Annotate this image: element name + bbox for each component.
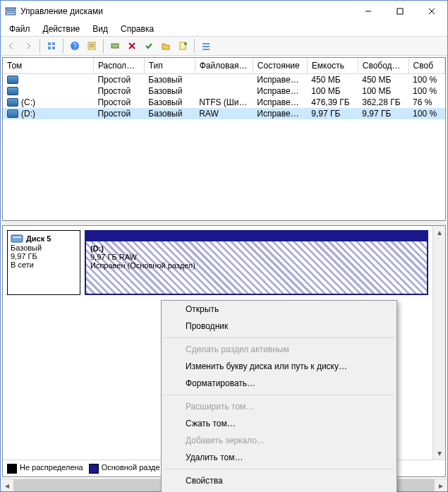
legend-swatch-unallocated [7,464,17,474]
svg-point-19 [184,42,187,45]
table-cell: NTFS (Шиф… [195,97,253,108]
table-cell: Простой [93,97,144,108]
legend-unallocated: Не распределена [20,463,83,472]
table-cell: 100 % [408,85,444,97]
ctx-open[interactable]: Открыть [162,301,396,318]
menu-help[interactable]: Справка [115,23,159,35]
col-status[interactable]: Состояние [253,58,307,73]
volume-table: Том Располо… Тип Файловая с… Состояние Е… [3,58,445,119]
svg-rect-1 [6,12,16,15]
table-cell: 450 МБ [358,73,408,85]
svg-rect-9 [52,47,55,49]
ctx-change-letter[interactable]: Изменить букву диска или путь к диску… [162,358,396,375]
properties-button[interactable] [84,38,99,54]
col-free[interactable]: Свобод… [358,58,408,73]
ctx-add-mirror: Добавить зеркало… [162,432,396,449]
app-icon [5,6,16,17]
table-cell: Простой [93,85,144,97]
col-freepct[interactable]: Своб [408,58,444,73]
svg-rect-24 [13,236,21,238]
table-cell: Базовый [144,85,195,97]
legend-primary: Основной разде [102,463,160,472]
col-volume[interactable]: Том [3,58,93,73]
titlebar: Управление дисками [1,1,447,22]
close-button[interactable] [416,1,447,21]
table-cell: 450 МБ [307,73,358,85]
check-button[interactable] [141,38,157,54]
minimize-button[interactable] [352,1,384,21]
menubar: Файл Действие Вид Справка [1,22,447,36]
table-cell: Базовый [144,73,195,85]
ctx-properties[interactable]: Свойства [162,472,396,489]
svg-rect-3 [397,8,403,14]
disk-type: Базовый [11,244,77,252]
vertical-scrollbar[interactable]: ▴ ▾ [432,226,445,460]
menu-action[interactable]: Действие [37,23,86,35]
table-cell: Базовый [144,97,195,108]
ctx-make-active: Сделать раздел активным [162,341,396,358]
table-cell: 76 % [408,97,444,108]
back-button[interactable] [4,38,19,54]
menu-file[interactable]: Файл [4,23,36,35]
scroll-down-icon[interactable]: ▾ [433,447,445,460]
svg-rect-0 [6,8,16,11]
table-cell: RAW [195,108,253,119]
table-cell: Исправен… [253,73,307,85]
table-cell: 100 МБ [358,85,408,97]
partition-d[interactable]: (D:) 9,97 ГБ RAW Исправен (Основной разд… [85,230,428,295]
table-cell: 362,28 ГБ [358,97,408,108]
col-fs[interactable]: Файловая с… [195,58,253,73]
toolbar: ? [1,36,447,56]
folder-button[interactable] [158,38,174,54]
menu-view[interactable]: Вид [87,23,114,35]
table-row[interactable]: (D:)ПростойБазовыйRAWИсправен…9,97 ГБ9,9… [3,108,445,119]
disk-label: Диск 5 [26,234,51,243]
table-cell: Простой [93,73,144,85]
table-cell: 476,39 ГБ [307,97,358,108]
ctx-explorer[interactable]: Проводник [162,318,396,335]
refresh-button[interactable] [107,38,123,54]
col-capacity[interactable]: Емкость [307,58,358,73]
table-row[interactable]: ПростойБазовыйИсправен…100 МБ100 МБ100 % [3,85,445,97]
table-cell: Исправен… [253,97,307,108]
svg-rect-6 [48,42,51,45]
partition-letter: (D:) [90,244,423,253]
svg-rect-7 [52,42,55,45]
table-cell: (C:) [3,97,93,108]
ctx-shrink[interactable]: Сжать том… [162,415,396,432]
ctx-extend: Расширить том… [162,398,396,415]
view-toggle-button[interactable] [44,38,59,54]
table-row[interactable]: (C:)ПростойБазовыйNTFS (Шиф…Исправен…476… [3,97,445,108]
partition-status: Исправен (Основной раздел) [90,261,423,270]
table-cell: (D:) [3,108,93,119]
table-cell: Простой [93,108,144,119]
disk-info-box[interactable]: Диск 5 Базовый 9,97 ГБ В сети [7,230,80,295]
scroll-left-icon[interactable]: ◂ [1,479,13,491]
table-cell: 100 % [408,108,444,119]
note-button[interactable] [175,38,190,54]
table-cell: Исправен… [253,108,307,119]
svg-text:?: ? [73,42,77,50]
col-layout[interactable]: Располо… [93,58,144,73]
disk-row: Диск 5 Базовый 9,97 ГБ В сети (D:) 9,97 … [7,230,428,295]
scroll-right-icon[interactable]: ▸ [435,479,447,491]
table-cell [3,85,93,97]
forward-button[interactable] [20,38,36,54]
table-row[interactable]: ПростойБазовыйИсправен…450 МБ450 МБ100 % [3,73,445,85]
maximize-button[interactable] [384,1,416,21]
ctx-delete[interactable]: Удалить том… [162,449,396,466]
ctx-format[interactable]: Форматировать… [162,375,396,392]
table-cell [195,85,253,97]
col-type[interactable]: Тип [144,58,195,73]
context-menu: Открыть Проводник Сделать раздел активны… [161,300,397,492]
disk-management-window: Управление дисками Файл Действие Вид Спр… [0,0,448,492]
volume-list-pane: Том Располо… Тип Файловая с… Состояние Е… [2,57,446,221]
delete-button[interactable] [124,38,140,54]
svg-rect-20 [202,43,210,44]
help-button[interactable]: ? [67,38,83,54]
legend-swatch-primary [89,464,99,474]
list-view-button[interactable] [198,38,214,54]
table-cell: 9,97 ГБ [307,108,358,119]
scroll-up-icon[interactable]: ▴ [433,226,445,239]
table-cell: Исправен… [253,85,307,97]
